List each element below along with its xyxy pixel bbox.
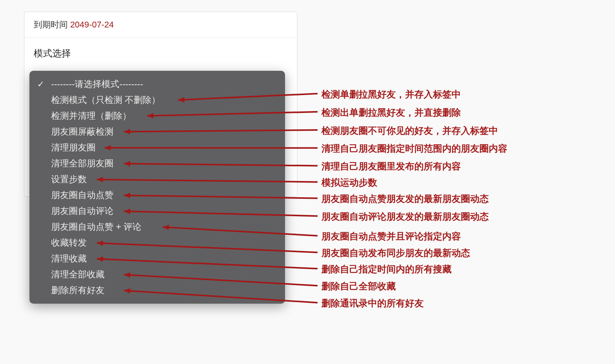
dropdown-item-clean-fav[interactable]: 清理收藏 [29, 251, 285, 267]
annotation-7: 朋友圈自动评论朋友发的最新朋友圈动态 [321, 210, 489, 223]
dropdown-item-set-steps[interactable]: 设置步数 [29, 171, 285, 187]
annotation-8: 朋友圈自动点赞并且评论指定内容 [321, 230, 461, 243]
annotation-6: 朋友圈自动点赞朋友发的最新朋友圈动态 [321, 193, 489, 205]
annotation-4: 清理自己朋友圈里发布的所有内容 [321, 160, 461, 173]
panel-header: 到期时间 2049-07-24 [24, 12, 297, 38]
annotation-11: 删除自己全部收藏 [321, 280, 396, 292]
dropdown-placeholder[interactable]: --------请选择模式-------- [29, 76, 285, 92]
annotation-5: 模拟运动步数 [321, 176, 377, 189]
dropdown-item-clean-all-moments[interactable]: 清理全部朋友圈 [29, 156, 285, 171]
annotation-9: 朋友圈自动发布同步朋友的最新动态 [321, 247, 470, 259]
annotation-0: 检测单删拉黑好友，并存入标签中 [321, 88, 461, 101]
dropdown-item-auto-like[interactable]: 朋友圈自动点赞 [29, 187, 285, 203]
dropdown-item-delete-all-friends[interactable]: 删除所有好友 [29, 282, 285, 298]
mode-dropdown[interactable]: --------请选择模式-------- 检测模式（只检测 不删除） 检测并清… [29, 71, 285, 304]
expire-date: 2049-07-24 [70, 20, 114, 29]
annotation-3: 清理自己朋友圈指定时间范围内的朋友圈内容 [321, 142, 507, 155]
dropdown-item-auto-like-comment[interactable]: 朋友圈自动点赞 + 评论 [29, 219, 285, 235]
dropdown-item-moments-block-detect[interactable]: 朋友圈屏蔽检测 [29, 124, 285, 140]
expire-label: 到期时间 [34, 20, 68, 29]
annotation-2: 检测朋友圈不可你见的好友，并存入标签中 [321, 125, 498, 137]
dropdown-item-fav-forward[interactable]: 收藏转发 [29, 235, 285, 251]
dropdown-item-clean-moments[interactable]: 清理朋友圈 [29, 140, 285, 156]
annotation-1: 检测出单删拉黑好友，并直接删除 [321, 106, 461, 119]
section-title-mode: 模式选择 [34, 47, 288, 60]
dropdown-item-detect-only[interactable]: 检测模式（只检测 不删除） [29, 92, 285, 108]
dropdown-item-clean-all-fav[interactable]: 清理全部收藏 [29, 267, 285, 282]
annotation-12: 删除通讯录中的所有好友 [321, 297, 424, 309]
dropdown-item-detect-delete[interactable]: 检测并清理（删除） [29, 108, 285, 124]
dropdown-item-auto-comment[interactable]: 朋友圈自动评论 [29, 203, 285, 219]
annotation-10: 删除自己指定时间内的所有搜藏 [321, 263, 452, 275]
